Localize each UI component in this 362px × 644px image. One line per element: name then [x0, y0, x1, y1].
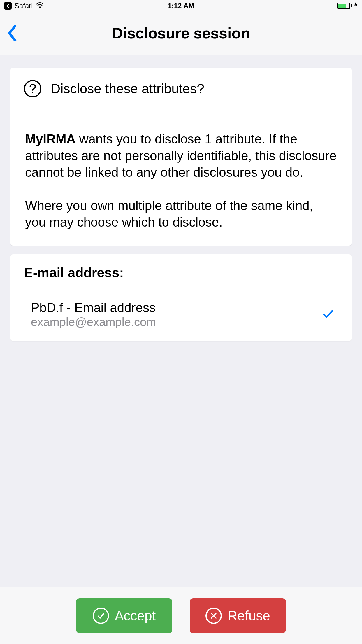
status-time: 1:12 AM — [0, 2, 362, 10]
attribute-option[interactable]: PbD.f - Email address example@example.co… — [24, 300, 338, 329]
content-area: ? Disclose these attributes? MyIRMA want… — [0, 55, 362, 341]
refuse-label: Refuse — [228, 608, 270, 624]
requester-name: MyIRMA — [25, 132, 76, 146]
navigation-bar: Disclosure session — [0, 12, 362, 55]
page-title: Disclosure session — [0, 24, 362, 42]
attribute-value: example@example.com — [31, 316, 156, 329]
disclosure-info-card: ? Disclose these attributes? MyIRMA want… — [10, 68, 352, 246]
question-icon: ? — [24, 80, 41, 97]
refuse-button[interactable]: Refuse — [190, 598, 286, 633]
accept-button[interactable]: Accept — [76, 598, 172, 633]
checkmark-circle-icon — [93, 608, 109, 624]
attribute-issuer: PbD.f - Email address — [31, 300, 156, 315]
checkmark-icon — [322, 307, 335, 321]
attribute-card: E-mail address: PbD.f - Email address ex… — [10, 254, 352, 341]
battery-indicator — [337, 3, 352, 9]
status-bar: Safari 1:12 AM — [0, 0, 362, 12]
card-body-text: MyIRMA wants you to disclose 1 attribute… — [10, 105, 352, 246]
disclosure-body-2: Where you own multiple attribute of the … — [25, 197, 337, 230]
back-button[interactable] — [7, 23, 20, 43]
accept-label: Accept — [115, 608, 156, 624]
attribute-label: E-mail address: — [24, 265, 338, 281]
bottom-action-bar: Accept Refuse — [0, 587, 362, 644]
card-question-text: Disclose these attributes? — [51, 81, 204, 97]
x-circle-icon — [205, 608, 222, 624]
